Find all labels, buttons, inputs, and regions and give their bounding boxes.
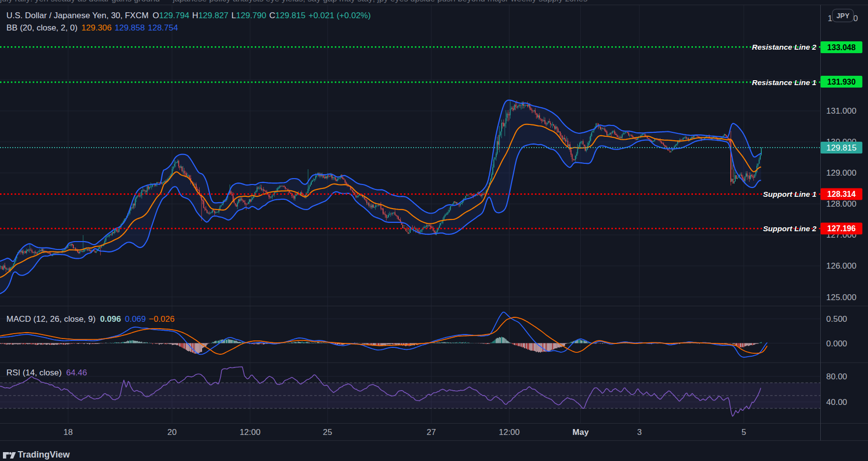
svg-text:0.000: 0.000 — [826, 339, 847, 348]
svg-text:20: 20 — [167, 428, 177, 437]
svg-text:1: 1 — [828, 14, 832, 23]
svg-text:129.000: 129.000 — [826, 168, 856, 178]
svg-text:80.00: 80.00 — [826, 372, 847, 381]
svg-text:131.000: 131.000 — [826, 106, 856, 116]
svg-text:129.815: 129.815 — [826, 143, 856, 153]
svg-text:May: May — [572, 428, 589, 437]
svg-text:3: 3 — [637, 428, 641, 437]
svg-text:july rally: yen steady as doll: july rally: yen steady as dollar gains g… — [0, 0, 587, 3]
svg-text:127.196: 127.196 — [827, 224, 856, 233]
svg-text:JPY: JPY — [837, 12, 850, 20]
svg-text:RSI (14, close)64.46: RSI (14, close)64.46 — [6, 368, 87, 377]
svg-text:0: 0 — [853, 14, 858, 23]
svg-text:128.000: 128.000 — [826, 199, 856, 209]
svg-text:0.500: 0.500 — [826, 314, 847, 324]
svg-text:40.00: 40.00 — [826, 398, 847, 407]
svg-text:128.314: 128.314 — [827, 190, 856, 198]
svg-text:133.048: 133.048 — [827, 43, 856, 52]
svg-text:BB (20, close, 2, 0)129.306129: BB (20, close, 2, 0)129.306129.858128.75… — [6, 23, 178, 32]
svg-text:25: 25 — [323, 428, 332, 437]
svg-text:125.000: 125.000 — [826, 293, 856, 302]
svg-text:U.S. Dollar / Japanese Yen, 30: U.S. Dollar / Japanese Yen, 30, FXCMO129… — [6, 11, 371, 20]
svg-text:131.930: 131.930 — [827, 78, 856, 86]
svg-text:TradingView: TradingView — [18, 450, 70, 460]
svg-text:MACD (12, 26, close, 9)0.0960.: MACD (12, 26, close, 9)0.0960.069−0.026 — [6, 314, 175, 324]
svg-text:126.000: 126.000 — [826, 261, 856, 271]
svg-text:27: 27 — [427, 428, 436, 437]
svg-text:5: 5 — [742, 428, 746, 437]
svg-text:18: 18 — [63, 428, 73, 437]
svg-text:12:00: 12:00 — [499, 428, 520, 437]
svg-text:Resistance Line 2: Resistance Line 2 — [752, 43, 816, 51]
svg-text:Support Line 2: Support Line 2 — [763, 224, 817, 233]
svg-text:12:00: 12:00 — [239, 428, 261, 437]
svg-text:Resistance Line 1: Resistance Line 1 — [752, 78, 816, 87]
svg-text:Support Line 1: Support Line 1 — [763, 190, 817, 198]
